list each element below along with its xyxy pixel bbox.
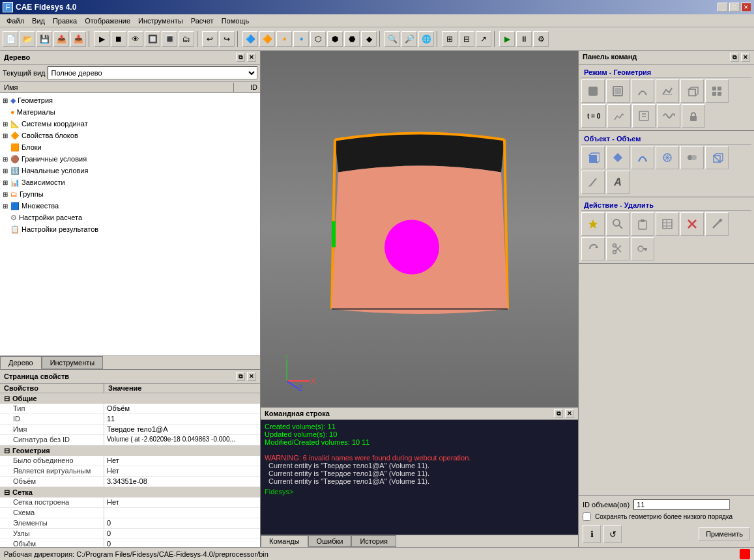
- mode-btn-curve[interactable]: [631, 79, 654, 103]
- tb-settings[interactable]: ⚙: [533, 31, 549, 47]
- tb-import[interactable]: 📥: [70, 31, 86, 47]
- id-info-button[interactable]: ℹ: [583, 525, 601, 543]
- act-btn-search[interactable]: [606, 212, 630, 236]
- expand-groups[interactable]: ⊞: [3, 191, 10, 198]
- tb-play[interactable]: ▶: [94, 31, 109, 47]
- id-refresh-button[interactable]: ↺: [603, 525, 622, 543]
- obj-btn-star[interactable]: [656, 146, 679, 169]
- tb-select2[interactable]: 🔶: [259, 31, 275, 47]
- tb-arrow[interactable]: ↗: [476, 31, 491, 47]
- minimize-button[interactable]: _: [718, 3, 728, 12]
- tree-item-blockprops[interactable]: ⊞ 🔶 Свойства блоков: [0, 130, 260, 141]
- mode-btn-surface[interactable]: [606, 79, 630, 103]
- mode-btn-wave[interactable]: [657, 104, 680, 128]
- tree-item-results[interactable]: 📋 Настройки результатов: [0, 223, 260, 235]
- act-btn-star[interactable]: [581, 212, 605, 236]
- mode-btn-chart[interactable]: [656, 79, 679, 103]
- expand-initial[interactable]: ⊞: [3, 167, 10, 175]
- keep-geometry-checkbox[interactable]: [583, 512, 591, 521]
- close-button[interactable]: ✕: [741, 3, 751, 12]
- mode-btn-solid[interactable]: [581, 79, 605, 103]
- menu-view[interactable]: Вид: [28, 16, 49, 26]
- tree-item-blocks[interactable]: 🟧 Блоки: [0, 141, 260, 153]
- tb-view2[interactable]: 🔲: [145, 31, 160, 47]
- expand-mesh[interactable]: ⊟: [4, 488, 10, 497]
- mode-btn-grid[interactable]: [705, 79, 729, 103]
- obj-btn-diamond[interactable]: [606, 146, 630, 169]
- tree-item-initial[interactable]: ⊞ 🔢 Начальные условия: [0, 165, 260, 176]
- mode-btn-time[interactable]: t = 0: [581, 104, 606, 128]
- tb-select7[interactable]: ⬣: [344, 31, 360, 47]
- tb-export[interactable]: 📤: [53, 31, 69, 47]
- tb-select4[interactable]: 🔹: [293, 31, 309, 47]
- act-btn-table[interactable]: [656, 212, 679, 236]
- tb-select3[interactable]: 🔸: [276, 31, 292, 47]
- menu-display[interactable]: Отображение: [81, 16, 134, 26]
- tb-redo[interactable]: ↪: [219, 31, 235, 47]
- mode-btn-lock[interactable]: [682, 104, 705, 128]
- tree-close-button[interactable]: ✕: [247, 53, 256, 62]
- cmd-close-button[interactable]: ✕: [565, 409, 574, 418]
- obj-btn-box[interactable]: [581, 146, 605, 169]
- tb-zoom-in[interactable]: 🔍: [384, 31, 400, 47]
- tree-item-geometry[interactable]: ⊞ ◆ Геометрия: [0, 94, 260, 106]
- tb-rotate[interactable]: 🌐: [418, 31, 434, 47]
- tb-select8[interactable]: ◆: [361, 31, 377, 47]
- tree-item-boundary[interactable]: ⊞ 🟤 Граничные условия: [0, 153, 260, 165]
- expand-blockprops[interactable]: ⊞: [3, 132, 10, 139]
- tb-save[interactable]: 💾: [36, 31, 52, 47]
- tree-filter-select[interactable]: Полное дерево: [48, 66, 257, 79]
- tb-undo[interactable]: ↩: [202, 31, 218, 47]
- tree-item-coord[interactable]: ⊞ 📐 Системы координат: [0, 118, 260, 130]
- act-btn-tool[interactable]: [705, 212, 729, 236]
- mode-btn-cube[interactable]: [680, 79, 704, 103]
- cmd-tab-history[interactable]: История: [351, 535, 396, 547]
- props-close-button[interactable]: ✕: [247, 372, 256, 381]
- menu-file[interactable]: Файл: [3, 16, 28, 26]
- tree-item-groups[interactable]: ⊞ 🗂 Группы: [0, 188, 260, 200]
- menu-tools[interactable]: Инструменты: [134, 16, 187, 26]
- obj-btn-cube2[interactable]: [705, 146, 729, 169]
- tb-view4[interactable]: 🗂: [179, 31, 194, 47]
- tb-mesh2[interactable]: ⊟: [459, 31, 474, 47]
- group-general[interactable]: ⊟ Общие: [0, 393, 260, 404]
- expand-deps[interactable]: ⊞: [3, 179, 10, 186]
- tb-run[interactable]: ▶: [499, 31, 515, 47]
- group-geometry[interactable]: ⊟ Геометрия: [0, 445, 260, 456]
- expand-sets[interactable]: ⊞: [3, 203, 10, 210]
- tree-item-materials[interactable]: ● Материалы: [0, 106, 260, 118]
- expand-general[interactable]: ⊟: [4, 395, 10, 403]
- viewport[interactable]: X Y Z: [261, 51, 578, 407]
- act-btn-refresh[interactable]: [581, 237, 605, 260]
- obj-btn-arc[interactable]: [631, 146, 654, 169]
- obj-btn-text[interactable]: A: [606, 171, 630, 194]
- cmd-float-button[interactable]: ⧉: [554, 409, 563, 418]
- menu-help[interactable]: Помощь: [218, 16, 254, 26]
- act-btn-key[interactable]: [631, 237, 654, 260]
- expand-geometry-g[interactable]: ⊟: [4, 447, 10, 455]
- act-btn-delete[interactable]: [680, 212, 704, 236]
- obj-btn-pencil[interactable]: [581, 171, 605, 194]
- cmd-tab-errors[interactable]: Ошибки: [308, 535, 352, 547]
- menu-calc[interactable]: Расчет: [187, 16, 218, 26]
- rp-float-button[interactable]: ⧉: [730, 53, 739, 62]
- tb-run2[interactable]: ⏸: [516, 31, 532, 47]
- tb-zoom-out[interactable]: 🔎: [401, 31, 417, 47]
- id-input[interactable]: [633, 499, 730, 510]
- tab-tools[interactable]: Инструменты: [42, 356, 104, 369]
- expand-geometry[interactable]: ⊞: [3, 97, 10, 104]
- menu-edit[interactable]: Правка: [49, 16, 81, 26]
- tb-select5[interactable]: ⬡: [310, 31, 326, 47]
- tree-item-deps[interactable]: ⊞ 📊 Зависимости: [0, 176, 260, 188]
- tb-stop[interactable]: ⏹: [111, 31, 126, 47]
- apply-button[interactable]: Применить: [699, 527, 750, 540]
- window-controls[interactable]: _ □ ✕: [718, 3, 751, 12]
- tb-new[interactable]: 📄: [3, 31, 18, 47]
- tb-select6[interactable]: ⬢: [327, 31, 343, 47]
- tb-mesh1[interactable]: ⊞: [442, 31, 457, 47]
- tb-open[interactable]: 📂: [20, 31, 35, 47]
- expand-boundary[interactable]: ⊞: [3, 156, 10, 163]
- tb-view3[interactable]: 🔳: [162, 31, 177, 47]
- tree-item-sets[interactable]: ⊞ 🟦 Множества: [0, 200, 260, 212]
- rp-close-button[interactable]: ✕: [741, 53, 750, 62]
